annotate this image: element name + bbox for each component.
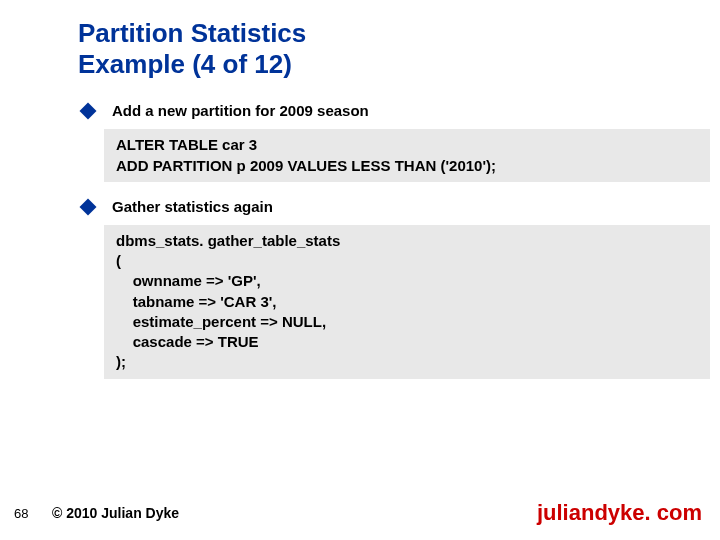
bullet-1: Add a new partition for 2009 season	[78, 102, 690, 119]
bullet-2: Gather statistics again	[78, 198, 690, 215]
title-line-1: Partition Statistics	[78, 18, 306, 48]
page-number: 68	[14, 506, 46, 521]
slide: Partition Statistics Example (4 of 12) A…	[0, 0, 720, 540]
copyright-text: © 2010 Julian Dyke	[52, 505, 179, 521]
diamond-bullet-icon	[80, 198, 97, 215]
footer: 68 © 2010 Julian Dyke juliandyke. com	[0, 500, 720, 526]
bullet-1-text: Add a new partition for 2009 season	[112, 102, 369, 119]
code-block-1: ALTER TABLE car 3 ADD PARTITION p 2009 V…	[104, 129, 710, 182]
diamond-bullet-icon	[80, 103, 97, 120]
website-text: juliandyke. com	[537, 500, 702, 526]
slide-title: Partition Statistics Example (4 of 12)	[78, 18, 690, 80]
title-line-2: Example (4 of 12)	[78, 49, 292, 79]
code-block-2: dbms_stats. gather_table_stats ( ownname…	[104, 225, 710, 379]
bullet-2-text: Gather statistics again	[112, 198, 273, 215]
